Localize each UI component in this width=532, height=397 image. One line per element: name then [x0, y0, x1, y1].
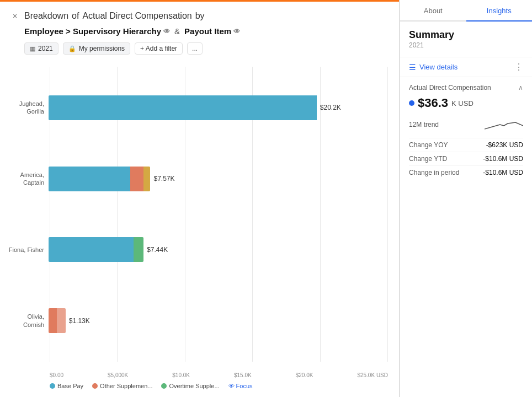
trend-label: 12M trend [409, 121, 439, 128]
change-ytd-value: -$10.6M USD [483, 155, 523, 163]
filter-row: ▦ 2021 🔒 My permissions + Add a filter .… [0, 40, 399, 61]
change-yoy-label: Change YOY [409, 141, 448, 149]
lock-icon: 🔒 [68, 45, 76, 52]
hierarchy-eye-icon[interactable]: 👁 [163, 28, 170, 35]
x-label-5: $25.0K USD [357, 372, 388, 378]
bar-value-fiona: $7.44K [147, 246, 168, 254]
metric-section: Actual Direct Compensation ∧ $36.3 K USD… [400, 77, 532, 186]
legend-label-base-pay: Base Pay [57, 383, 83, 389]
tabs-row: About Insights [400, 0, 532, 22]
header-row: × Breakdown of Actual Direct Compensatio… [0, 0, 399, 24]
chevron-up-icon[interactable]: ∧ [518, 84, 523, 92]
change-ytd-label: Change YTD [409, 155, 447, 163]
bars-area: Jughead, Gorilla $20.2K America, Captain… [6, 67, 388, 362]
x-label-1: $5,000K [108, 372, 128, 378]
legend-dot-base-pay [50, 383, 55, 389]
metric-title: Actual Direct Compensation [409, 84, 491, 92]
legend-item-base-pay[interactable]: Base Pay [50, 383, 83, 389]
more-options-button[interactable]: ... [187, 42, 203, 55]
bar-segment-overtime-fiona [134, 237, 143, 262]
bar-track-jughead: $20.2K [49, 95, 388, 120]
bar-segment-base-olivia [57, 308, 65, 333]
bar-track-america: $7.57K [49, 167, 388, 191]
summary-year: 2021 [409, 41, 523, 49]
right-panel: About Insights Summary 2021 ☰ View detai… [400, 0, 532, 397]
metric-dot [409, 100, 414, 106]
payout-eye-icon[interactable]: 👁 [233, 28, 240, 35]
summary-section: Summary 2021 [400, 22, 532, 57]
hierarchy-link[interactable]: Employee > Supervisory Hierarchy 👁 [24, 26, 170, 36]
bar-track-fiona: $7.44K [49, 237, 388, 262]
bar-segment-base-jughead [49, 95, 317, 120]
payout-item-link[interactable]: Payout Item 👁 [184, 26, 240, 36]
ampersand: & [174, 26, 180, 36]
add-filter-label: + Add a filter [140, 45, 177, 52]
chart-area: Jughead, Gorilla $20.2K America, Captain… [0, 61, 399, 397]
bar-label-olivia: Olivia, Cornish [6, 313, 49, 329]
focus-link[interactable]: 👁 Focus [228, 383, 253, 389]
close-button[interactable]: × [9, 10, 21, 22]
year-chip-label: 2021 [38, 45, 53, 52]
bar-value-olivia: $1.13K [69, 317, 90, 325]
list-icon: ☰ [409, 63, 416, 72]
left-panel: × Breakdown of Actual Direct Compensatio… [0, 0, 400, 397]
change-ytd-row: Change YTD -$10.6M USD [409, 152, 523, 165]
table-row: America, Captain $7.57K [6, 159, 388, 198]
metric-unit: K USD [451, 99, 474, 108]
tab-insights[interactable]: Insights [466, 0, 533, 20]
metric-value: $36.3 [418, 96, 448, 110]
change-yoy-row: Change YOY -$623K USD [409, 138, 523, 152]
year-filter-chip[interactable]: ▦ 2021 [24, 42, 58, 55]
kebab-menu-icon[interactable]: ⋮ [514, 62, 523, 72]
permissions-filter-chip[interactable]: 🔒 My permissions [63, 42, 130, 55]
hierarchy-label: Employee > Supervisory Hierarchy [24, 26, 161, 36]
legend-item-other-supplement[interactable]: Other Supplemen... [92, 383, 152, 389]
payout-item-label: Payout Item [184, 26, 231, 36]
legend-item-overtime-supplement[interactable]: Overtime Supple... [161, 383, 219, 389]
bar-value-america: $7.57K [153, 175, 174, 183]
bar-segment-other-america [130, 167, 144, 191]
x-label-4: $20.0K [296, 372, 313, 378]
view-details-link[interactable]: ☰ View details [409, 63, 457, 72]
trend-row: 12M trend [409, 117, 523, 132]
x-label-3: $15.0K [234, 372, 252, 378]
bar-segment-extra-america [143, 167, 150, 191]
bar-label-jughead: Jughead, Gorilla [6, 100, 49, 116]
metric-header: Actual Direct Compensation ∧ [409, 84, 523, 92]
table-row: Jughead, Gorilla $20.2K [6, 88, 388, 127]
legend-label-overtime-supplement: Overtime Supple... [169, 383, 219, 389]
add-filter-button[interactable]: + Add a filter [135, 42, 183, 55]
permissions-chip-label: My permissions [79, 45, 125, 52]
tab-about[interactable]: About [400, 0, 466, 20]
breakdown-label: Breakdown [24, 11, 68, 21]
calendar-icon: ▦ [30, 45, 35, 52]
legend-dot-overtime-supplement [161, 383, 167, 389]
bar-label-fiona: Fiona, Fisher [6, 246, 49, 254]
bar-segment-base-fiona [49, 237, 134, 262]
focus-eye-icon: 👁 [228, 383, 235, 389]
focus-label: Focus [236, 383, 253, 389]
bar-label-america: America, Captain [6, 171, 49, 187]
view-details-row: ☰ View details ⋮ [400, 57, 532, 77]
legend-dot-other-supplement [92, 383, 98, 389]
bar-value-jughead: $20.2K [320, 104, 341, 111]
main-metric-label: Actual Direct Compensation [82, 11, 191, 21]
bar-segment-base-america [49, 167, 130, 191]
sparkline-chart [485, 117, 523, 132]
view-details-label: View details [419, 63, 457, 71]
legend-label-other-supplement: Other Supplemen... [100, 383, 152, 389]
by-label: by [195, 11, 205, 21]
x-axis: $0.00 $5,000K $10.0K $15.0K $20.0K $25.0… [50, 372, 388, 378]
x-label-2: $10.0K [172, 372, 190, 378]
bar-segment-other-olivia [49, 308, 57, 333]
change-period-row: Change in period -$10.6M USD [409, 165, 523, 179]
change-period-value: -$10.6M USD [483, 169, 523, 176]
chart-container: Jughead, Gorilla $20.2K America, Captain… [6, 67, 388, 378]
x-label-0: $0.00 [50, 372, 63, 378]
change-period-label: Change in period [409, 169, 459, 176]
change-yoy-value: -$623K USD [486, 141, 523, 149]
subheader-row: Employee > Supervisory Hierarchy 👁 & Pay… [0, 24, 399, 40]
bar-track-olivia: $1.13K [49, 308, 388, 333]
metric-value-row: $36.3 K USD [409, 96, 523, 110]
table-row: Olivia, Cornish $1.13K [6, 302, 388, 340]
